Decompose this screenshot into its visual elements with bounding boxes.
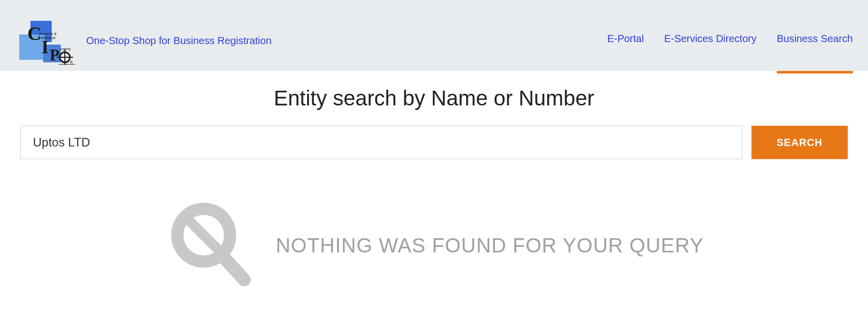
- svg-line-15: [191, 222, 217, 248]
- not-found-icon: [164, 200, 255, 291]
- svg-text:Intellectual: Intellectual: [39, 36, 56, 40]
- search-row: SEARCH: [20, 126, 848, 159]
- nav-eservices[interactable]: E-Services Directory: [664, 33, 757, 73]
- svg-text:ommerce &: ommerce &: [39, 32, 57, 35]
- header: C I P ommerce & Intellectual roperty ffi…: [0, 0, 868, 71]
- search-input[interactable]: [20, 126, 742, 159]
- logo[interactable]: C I P ommerce & Intellectual roperty ffi: [15, 17, 76, 65]
- no-results: NOTHING WAS FOUND FOR YOUR QUERY: [20, 200, 848, 291]
- nav-business-search[interactable]: Business Search: [777, 33, 853, 73]
- no-results-text: NOTHING WAS FOUND FOR YOUR QUERY: [276, 234, 704, 257]
- search-button[interactable]: SEARCH: [751, 126, 848, 159]
- nav: E-Portal E-Services Directory Business S…: [607, 10, 853, 71]
- header-left: C I P ommerce & Intellectual roperty ffi…: [15, 17, 272, 65]
- tagline: One-Stop Shop for Business Registration: [86, 35, 272, 47]
- svg-line-16: [223, 256, 244, 280]
- nav-eportal[interactable]: E-Portal: [607, 33, 644, 73]
- svg-text:I: I: [42, 37, 49, 57]
- svg-text:roperty: roperty: [60, 47, 71, 51]
- main: Entity search by Name or Number SEARCH N…: [0, 71, 868, 306]
- svg-text:ffi: ffi: [70, 60, 73, 64]
- svg-text:P: P: [50, 46, 60, 64]
- page-title: Entity search by Name or Number: [20, 86, 848, 110]
